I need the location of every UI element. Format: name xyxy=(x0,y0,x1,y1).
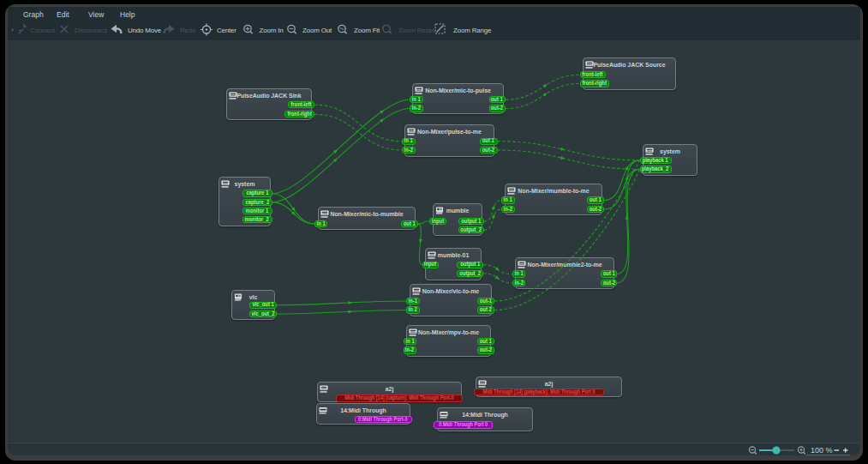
svg-text:100 %: 100 % xyxy=(811,446,833,455)
